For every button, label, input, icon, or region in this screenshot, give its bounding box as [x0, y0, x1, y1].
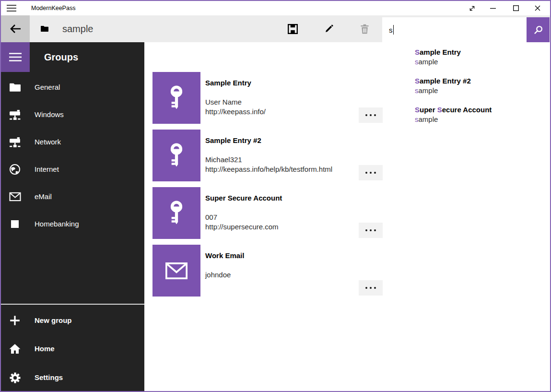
hamburger-button[interactable] — [1, 42, 30, 72]
minimize-button[interactable] — [484, 1, 502, 15]
sidebar-item-label: Homebanking — [35, 214, 79, 234]
sidebar-item-homebanking[interactable]: Homebanking — [1, 214, 144, 234]
close-button[interactable] — [529, 1, 546, 15]
sidebar-item-label: Internet — [35, 160, 59, 179]
gear-icon — [8, 368, 22, 387]
sidebar-divider — [1, 304, 144, 305]
key-icon — [168, 85, 185, 110]
ellipsis-icon — [365, 287, 376, 289]
mail-icon — [165, 262, 188, 280]
more-button[interactable] — [359, 280, 383, 296]
hamburger-icon — [9, 53, 22, 61]
back-arrow-icon — [9, 24, 22, 34]
search-input[interactable]: s — [382, 17, 527, 42]
network-icon — [8, 105, 22, 124]
fullscreen-button[interactable] — [463, 1, 481, 15]
sidebar-item-label: eMail — [35, 187, 52, 206]
sidebar-item-label: Home — [35, 339, 55, 358]
ellipsis-icon — [365, 172, 376, 174]
key-icon — [168, 201, 185, 226]
delete-button[interactable] — [355, 19, 374, 38]
entry-username: User Name — [205, 97, 356, 107]
entry-url: http://keepass.info/help/kb/testform.htm… — [205, 165, 356, 174]
mail-icon — [8, 187, 22, 206]
minimize-icon — [490, 5, 496, 11]
suggestion-item[interactable]: Super Secure Account sample — [415, 105, 550, 124]
sidebar-item-internet[interactable]: Internet — [1, 160, 144, 179]
entry-tile[interactable] — [152, 245, 200, 297]
search-button[interactable] — [527, 17, 550, 42]
entry-row: Sample Entry #2 Michael321 http://keepas… — [152, 130, 383, 181]
more-button[interactable] — [359, 107, 383, 123]
command-bar: sample s — [1, 15, 550, 42]
entry-username: johndoe — [205, 270, 356, 280]
sidebar-item-network[interactable]: Network — [1, 132, 144, 152]
plus-icon — [8, 311, 22, 330]
suggestion-subtitle: sample — [415, 86, 550, 95]
suggestion-item[interactable]: Sample Entry #2 sample — [415, 76, 550, 95]
sidebar-item-label: General — [35, 78, 60, 97]
home-icon — [8, 339, 22, 358]
app-menu-icon[interactable] — [7, 5, 17, 12]
globe-icon — [8, 160, 22, 179]
suggestion-subtitle: sample — [415, 115, 550, 124]
trash-icon — [360, 24, 369, 34]
sidebar-item-home[interactable]: Home — [1, 339, 144, 358]
entry-title[interactable]: Work Email — [205, 245, 356, 260]
entry-tile[interactable] — [152, 72, 200, 124]
more-button[interactable] — [359, 165, 383, 180]
entry-row: Sample Entry User Name http://keepass.in… — [152, 72, 383, 124]
sidebar-item-general[interactable]: General — [1, 78, 144, 97]
entry-row: Super Secure Account 007 http://supersec… — [152, 187, 383, 239]
sidebar-item-label: Settings — [35, 368, 63, 387]
square-icon — [8, 214, 22, 234]
search-icon — [534, 25, 543, 35]
titlebar: ModernKeePass — [1, 1, 550, 15]
search-input-value: s — [389, 26, 393, 34]
groups-heading: Groups — [44, 42, 78, 72]
entry-row: Work Email johndoe — [152, 245, 383, 297]
sidebar-item-label: Network — [35, 132, 61, 152]
sidebar-item-label: New group — [35, 311, 72, 330]
maximize-icon — [513, 5, 519, 11]
back-button[interactable] — [1, 15, 30, 42]
entry-username: 007 — [205, 213, 356, 222]
page-title: sample — [62, 15, 93, 42]
ellipsis-icon — [365, 114, 376, 116]
text-caret — [393, 25, 394, 35]
diagonal-resize-icon — [469, 5, 476, 12]
entry-tile[interactable] — [152, 187, 200, 239]
suggestion-item[interactable]: Sample Entry sample — [415, 48, 550, 67]
entry-url: http://keepass.info/ — [205, 107, 356, 117]
suggestion-title: Sample Entry — [415, 48, 550, 57]
sidebar-item-settings[interactable]: Settings — [1, 368, 144, 387]
ellipsis-icon — [365, 229, 376, 231]
network-icon — [8, 132, 22, 152]
group-folder-icon — [40, 25, 49, 32]
search-suggestions: Sample Entry sample Sample Entry #2 samp… — [383, 42, 550, 142]
entry-username: Michael321 — [205, 155, 356, 165]
navigation-pane: Groups General Windows Network Internet … — [1, 42, 144, 391]
entry-list: Sample Entry User Name http://keepass.in… — [152, 72, 383, 302]
more-button[interactable] — [359, 223, 383, 238]
app-title: ModernKeePass — [31, 1, 75, 15]
key-icon — [168, 143, 185, 168]
save-button[interactable] — [283, 19, 302, 38]
close-icon — [535, 5, 540, 11]
entry-tile[interactable] — [152, 130, 200, 181]
edit-button[interactable] — [319, 19, 339, 38]
save-icon — [288, 24, 298, 34]
sidebar-item-new-group[interactable]: New group — [1, 311, 144, 330]
sidebar-item-label: Windows — [35, 105, 64, 124]
sidebar-item-windows[interactable]: Windows — [1, 105, 144, 124]
entry-title[interactable]: Sample Entry #2 — [205, 130, 356, 144]
entry-url: http://supersecure.com — [205, 222, 356, 232]
suggestion-subtitle: sample — [415, 57, 550, 67]
folder-icon — [8, 78, 22, 97]
maximize-button[interactable] — [507, 1, 525, 15]
entry-title[interactable]: Super Secure Account — [205, 187, 356, 202]
sidebar-item-email[interactable]: eMail — [1, 187, 144, 206]
entry-title[interactable]: Sample Entry — [205, 72, 356, 87]
pencil-icon — [324, 24, 334, 34]
suggestion-title: Super Secure Account — [415, 105, 550, 115]
